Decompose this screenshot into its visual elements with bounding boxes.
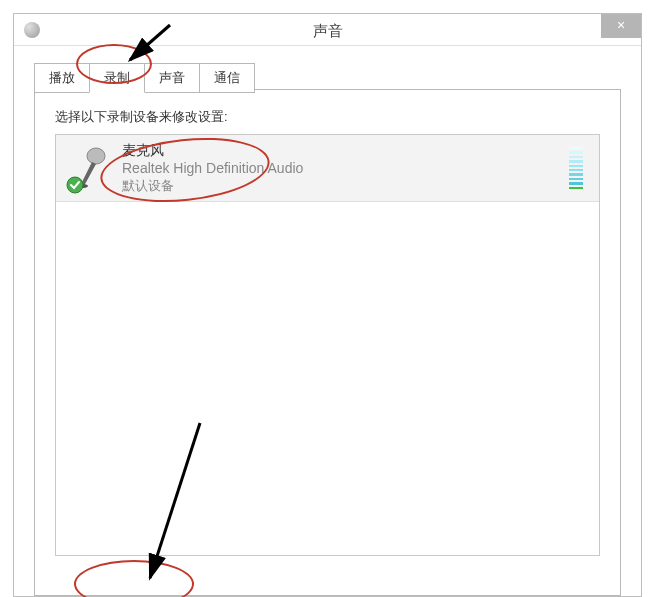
tab-3[interactable]: 通信 — [199, 63, 255, 93]
level-bar — [569, 178, 583, 180]
level-bar — [569, 165, 583, 167]
sound-dialog: 声音 × 播放录制声音通信 选择以下录制设备来修改设置: 麦克风Realtek … — [13, 13, 642, 597]
tab-strip: 播放录制声音通信 — [34, 63, 254, 93]
device-status: 默认设备 — [122, 177, 569, 195]
title-bar: 声音 × — [14, 14, 641, 46]
level-bar — [569, 169, 583, 171]
device-text: 麦克风Realtek High Definition Audio默认设备 — [122, 141, 569, 195]
level-bar — [569, 182, 583, 184]
device-description: Realtek High Definition Audio — [122, 159, 569, 177]
level-bar — [569, 156, 583, 158]
svg-point-2 — [67, 177, 83, 193]
device-name: 麦克风 — [122, 141, 569, 159]
instruction-label: 选择以下录制设备来修改设置: — [55, 108, 228, 126]
close-button[interactable]: × — [601, 14, 641, 38]
check-icon — [66, 176, 84, 194]
window-title: 声音 — [14, 22, 641, 41]
level-bar — [569, 147, 583, 149]
level-meter — [569, 147, 583, 189]
level-bar — [569, 160, 583, 162]
tab-0[interactable]: 播放 — [34, 63, 90, 93]
device-list[interactable]: 麦克风Realtek High Definition Audio默认设备 — [55, 134, 600, 556]
tab-2[interactable]: 声音 — [144, 63, 200, 93]
device-item[interactable]: 麦克风Realtek High Definition Audio默认设备 — [56, 135, 599, 202]
level-bar — [569, 187, 583, 189]
svg-point-0 — [87, 148, 105, 164]
level-bar — [569, 151, 583, 153]
microphone-icon — [68, 144, 116, 192]
tab-panel: 选择以下录制设备来修改设置: 麦克风Realtek High Definitio… — [34, 89, 621, 596]
tab-1[interactable]: 录制 — [89, 63, 145, 93]
level-bar — [569, 173, 583, 175]
